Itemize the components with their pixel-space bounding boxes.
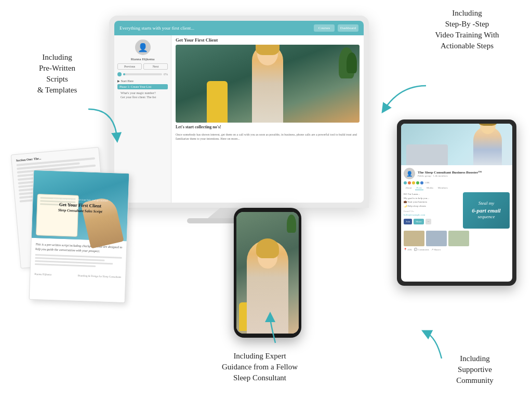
- progress-pct: 0%: [164, 73, 168, 76]
- stat-comments: 💬 Comments: [414, 248, 429, 251]
- progress-bar: [123, 73, 162, 75]
- stat-likes: 📍 45K: [404, 248, 412, 251]
- stat-shares: ↗ Shares: [431, 248, 441, 251]
- tablet-reaction-dots: 1.8K: [404, 181, 510, 184]
- dot-count: 1.8K: [424, 181, 430, 184]
- tablet-subtitle: Public group · 1.4k members: [418, 175, 482, 177]
- tab-posts[interactable]: Posts: [415, 186, 424, 190]
- tablet-two-col: Hi! I'm Laura...My goal is to help you..…: [404, 192, 510, 229]
- main-scene: Everything starts with your first client…: [0, 0, 532, 399]
- previous-btn[interactable]: Previous: [117, 63, 142, 70]
- dot-5: [420, 181, 423, 184]
- more-btn[interactable]: ···: [425, 219, 432, 224]
- doc-cover-image: Get up, clear your desk, tie your hair, …: [32, 170, 129, 241]
- progress-dot: [117, 72, 122, 76]
- annotation-br-line1: Including: [428, 353, 522, 364]
- share-btn[interactable]: Share: [414, 219, 423, 224]
- tablet-promo-col: Steal my 6-part email sequence: [463, 192, 510, 229]
- tablet-about-text: Hi! I'm Laura...My goal is to help you..…: [404, 192, 461, 208]
- sidebar-section: ▶ Start Here: [117, 79, 168, 83]
- monitor-heading: Get Your First Client: [171, 35, 364, 45]
- dot-4: [416, 181, 419, 184]
- sidebar-phase[interactable]: Phase 1: Create Your List: [117, 84, 168, 89]
- tablet-promo-text: Steal my 6-part email sequence: [472, 201, 500, 220]
- annotation-tl-line3: Scripts: [10, 74, 104, 85]
- tablet-couch: [406, 144, 448, 165]
- annotation-tr-line4: Actionable Steps: [413, 41, 522, 51]
- tablet-content: 👤 The Sleep Consultant Business Booster™…: [401, 165, 512, 254]
- annotation-bc-line1: Including Expert: [197, 351, 322, 362]
- monitor-caption: Let's start collecting no's!: [171, 123, 364, 131]
- doc-text-area: Get up, clear your desk, tie your hair, …: [52, 197, 109, 214]
- arrow-to-docs: [83, 104, 125, 145]
- join-btn[interactable]: Join: [404, 219, 412, 224]
- sidebar-name: Rianna Hijkema: [117, 57, 168, 61]
- documents-stack: Section One: The...: [10, 145, 135, 312]
- chair-element: [207, 81, 228, 123]
- annotation-bottom-center: Including Expert Guidance from a Fellow …: [197, 351, 322, 383]
- next-btn[interactable]: Next: [143, 63, 168, 70]
- annotation-tr-line2: Step-By -Step: [413, 19, 522, 30]
- doc-divider-4: [35, 263, 96, 267]
- monitor-dashboard-btn[interactable]: Dashboard: [338, 24, 358, 32]
- tablet-action-btns[interactable]: Join Share ···: [404, 219, 461, 224]
- annotation-br-line3: Community: [428, 375, 522, 386]
- arrow-to-monitor: [379, 81, 431, 117]
- annotation-tl-line1: Including: [10, 52, 104, 63]
- sidebar-item-1[interactable]: What's your magic number?: [117, 91, 168, 95]
- monitor-url: Everything starts with your first client…: [119, 25, 311, 31]
- phone-person-hair: [256, 238, 279, 258]
- tablet-group-name: The Sleep Consultant Business Booster™: [418, 170, 482, 175]
- tablet-email-label: Email Us:: [404, 209, 461, 213]
- tab-media[interactable]: Media: [425, 186, 435, 190]
- tablet-device: 👤 The Sleep Consultant Business Booster™…: [397, 119, 516, 286]
- monitor-main-content: Get Your First Client: [171, 35, 364, 203]
- document-front: Get up, clear your desk, tie your hair, …: [29, 170, 130, 303]
- monitor-text: Once somebody has shown interest, get th…: [171, 131, 364, 142]
- tablet-tabs[interactable]: About Posts Media Members: [404, 186, 510, 190]
- annotation-tl-line4: & Templates: [10, 85, 104, 96]
- annotation-bottom-right: Including Supportive Community: [428, 353, 522, 386]
- dot-1: [404, 181, 407, 184]
- tab-about[interactable]: About: [404, 186, 414, 190]
- doc-author: Rianna Hijkema: [34, 273, 51, 276]
- annotation-top-left: Including Pre-Written Scripts & Template…: [10, 52, 104, 96]
- doc-title1: Get Your First Client: [52, 202, 108, 209]
- monitor-courses-btn[interactable]: Courses: [314, 24, 335, 32]
- annotation-bc-line2: Guidance from a Fellow: [197, 362, 322, 373]
- tablet-email: hello@example.com: [404, 213, 461, 217]
- tab-members[interactable]: Members: [436, 186, 449, 190]
- annotation-br-line2: Supportive: [428, 364, 522, 375]
- sidebar-avatar: 👤: [135, 39, 151, 55]
- monitor-video: [176, 45, 360, 123]
- tablet-header-image: [401, 124, 512, 165]
- desktop-monitor: Everything starts with your first client…: [109, 16, 369, 234]
- tablet-photo-3: [448, 231, 469, 246]
- tablet-photo-1: [404, 231, 424, 246]
- tablet-avatar: 👤: [404, 168, 415, 179]
- dot-2: [408, 181, 411, 184]
- doc-subtitle: Branding & Design for Sleep Consultants: [78, 274, 122, 278]
- annotation-tl-line2: Pre-Written: [10, 63, 104, 74]
- progress-fill: [123, 73, 125, 75]
- tablet-photo-2: [426, 231, 447, 246]
- arrow-to-phone: [255, 312, 296, 348]
- annotation-tr-line3: Video Training With: [413, 30, 522, 41]
- annotation-bc-line3: Sleep Consultant: [197, 373, 322, 383]
- plant-element-2: [347, 52, 357, 73]
- tablet-stats: 📍 45K 💬 Comments ↗ Shares: [404, 248, 510, 251]
- person-hair: [256, 45, 280, 55]
- phone-plant: [287, 215, 296, 233]
- tablet-promo-box: Steal my 6-part email sequence: [463, 192, 510, 229]
- tablet-photos: [404, 231, 510, 246]
- annotation-top-right: Including Step-By -Step Video Training W…: [413, 8, 522, 51]
- dot-3: [412, 181, 415, 184]
- sidebar-item-2[interactable]: Get your first client: The list: [117, 95, 168, 99]
- annotation-tr-line1: Including: [413, 8, 522, 19]
